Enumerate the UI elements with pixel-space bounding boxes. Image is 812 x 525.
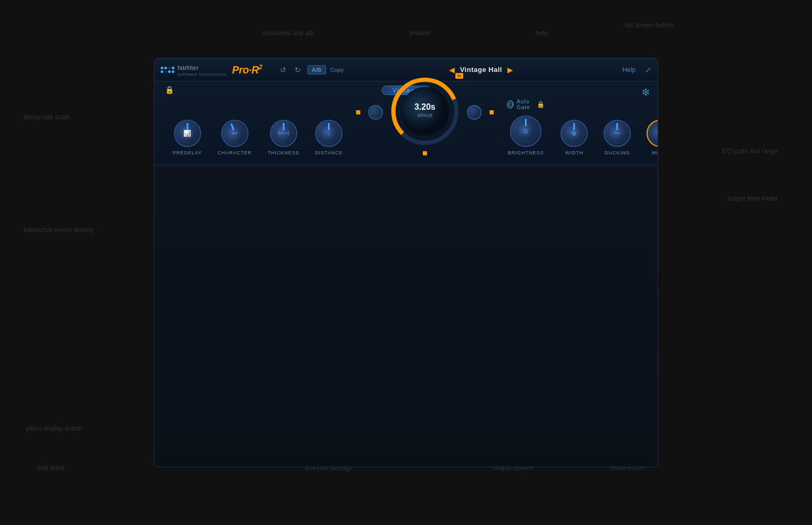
brightness-knob-inner: ⊙	[516, 122, 535, 141]
brightness-icon: ⊙	[523, 128, 528, 135]
copy-button[interactable]: Copy	[330, 67, 344, 73]
space-indicator	[423, 151, 427, 155]
mix-icon: ⊕	[658, 130, 658, 137]
main-ring-wrapper: 3.20s SPACE %	[391, 77, 459, 148]
annotation-fullscreen: full screen button	[625, 21, 673, 30]
predelay-group: 📊 PREDELAY	[173, 120, 202, 155]
fullscreen-button[interactable]: ⤢	[645, 66, 651, 74]
center-display: 3.20s SPACE %	[356, 78, 494, 155]
level-indicator-left	[356, 110, 360, 114]
thickness-label: THICKNESS	[267, 150, 299, 155]
small-knob-right[interactable]	[467, 105, 482, 120]
annotation-undo-redo: undo/redo and a/b	[263, 29, 314, 38]
preset-prev-button[interactable]: ◀	[449, 66, 455, 74]
svg-text:3.20s: 3.20s	[414, 102, 435, 111]
bit	[164, 67, 167, 69]
brightness-knob[interactable]: ⊙	[510, 116, 542, 147]
small-knob-left[interactable]	[368, 105, 383, 120]
width-icon: ⊕	[571, 130, 577, 137]
svg-point-3	[401, 87, 449, 135]
predelay-knob-inner: 📊	[178, 124, 197, 143]
outer-container: undo/redo and a/b presets help full scre…	[0, 0, 812, 525]
ducking-group: 〜 DUCKING	[603, 120, 631, 155]
logo-area: fabfilter software instruments	[161, 62, 227, 77]
preset-area: ◀ Vintage Hall ▶	[349, 66, 613, 74]
distance-group: ↕ DISTANCE	[315, 120, 343, 155]
mix-group: ⊕ MIX 🔒	[647, 120, 658, 155]
ducking-knob-inner: 〜	[608, 124, 627, 143]
distance-knob-inner: ↕	[319, 124, 338, 143]
character-knob[interactable]: 〜	[217, 116, 253, 151]
bit	[164, 70, 167, 73]
thickness-knob[interactable]: ⊢⊣	[270, 120, 297, 147]
auto-gate-row: ⏻ Auto Gate 🔒	[507, 99, 545, 110]
mix-knob-inner: ⊕	[651, 124, 658, 143]
small-knobs-row: 3.20s SPACE %	[356, 78, 494, 146]
undo-redo-controls: ↺ ↻ A/B Copy	[278, 65, 343, 75]
annotation-midi: midi learn	[37, 464, 64, 472]
mix-label-row: MIX 🔒	[652, 150, 658, 155]
annotation-piano: piano display button	[26, 424, 82, 433]
brand-sub: software instruments	[178, 72, 227, 77]
distance-knob[interactable]: ↕	[315, 120, 342, 147]
main-knob-container: 3.20s SPACE %	[391, 78, 459, 146]
annotation-presets: presets	[410, 29, 430, 38]
bit	[168, 67, 171, 69]
mix-label: MIX	[652, 150, 658, 155]
character-group: 〜 CHARACTER	[217, 120, 252, 155]
auto-gate-power[interactable]: ⏻	[507, 100, 514, 109]
annotation-interactive: interactive reverb display	[24, 226, 93, 235]
auto-gate-label: Auto Gate	[517, 99, 532, 110]
pct-badge: %	[455, 73, 463, 79]
distance-icon: ↕	[327, 130, 330, 137]
bit	[172, 67, 174, 69]
brightness-label: BRIGHTNESS	[508, 150, 544, 155]
width-group: ⊕ WIDTH	[560, 120, 588, 155]
ducking-knob[interactable]: 〜	[603, 120, 631, 147]
width-knob-inner: ⊕	[565, 124, 584, 143]
width-knob[interactable]: ⊕	[560, 120, 588, 147]
ducking-icon: 〜	[614, 129, 620, 138]
logo-bits	[161, 67, 174, 73]
preset-name: Vintage Hall	[460, 66, 502, 74]
character-label: CHARACTER	[217, 150, 252, 155]
thickness-group: ⊢⊣ THICKNESS	[267, 120, 299, 155]
ducking-label: DUCKING	[605, 150, 630, 155]
snowflake-button[interactable]: ✼	[642, 87, 650, 98]
main-knob-svg: 3.20s SPACE	[391, 77, 459, 145]
redo-button[interactable]: ↻	[293, 65, 303, 75]
bit	[161, 70, 163, 73]
annotation-output-meter: output level meter	[728, 194, 778, 203]
product-name: Pro·R2	[232, 64, 262, 76]
thickness-knob-inner: ⊢⊣	[274, 124, 293, 143]
knobs-row: 📊 PREDELAY 〜 CHARACTER	[165, 81, 658, 165]
controls-area: 🔒 Vintage 📊 PREDELAY 〜	[154, 81, 658, 165]
mix-knob[interactable]: ⊕	[647, 120, 658, 147]
svg-text:SPACE: SPACE	[417, 113, 433, 118]
annotation-help: help	[536, 29, 548, 38]
ab-button[interactable]: A/B	[307, 65, 326, 75]
annotation-eq-scale: EQ scale and range	[722, 147, 778, 156]
plugin-window: fabfilter software instruments Pro·R2 ↺ …	[154, 58, 658, 467]
character-knob-inner: 〜	[223, 121, 247, 145]
bit	[168, 70, 171, 73]
bit	[161, 67, 163, 69]
character-icon: 〜	[230, 128, 239, 139]
preset-next-button[interactable]: ▶	[507, 66, 513, 74]
level-indicator-right	[490, 110, 494, 114]
bit	[172, 70, 174, 73]
annotation-decay-rate: decay rate scale	[24, 113, 69, 122]
lock-icon[interactable]: 🔒	[165, 86, 174, 94]
thickness-icon: ⊢⊣	[278, 130, 289, 137]
predelay-knob[interactable]: 📊	[174, 120, 201, 147]
help-button[interactable]: Help	[618, 66, 640, 74]
predelay-label: PREDELAY	[173, 150, 202, 155]
predelay-icon: 📊	[183, 130, 191, 137]
distance-label: DISTANCE	[315, 150, 343, 155]
brand-name: fabfilter	[178, 65, 199, 71]
undo-button[interactable]: ↺	[278, 65, 288, 75]
width-label: WIDTH	[565, 150, 584, 155]
brand-text-area: fabfilter software instruments	[178, 62, 227, 77]
gate-lock-icon: 🔒	[537, 101, 545, 108]
brightness-group: ⏻ Auto Gate 🔒 ⊙ BRIGHTNESS	[507, 99, 545, 155]
